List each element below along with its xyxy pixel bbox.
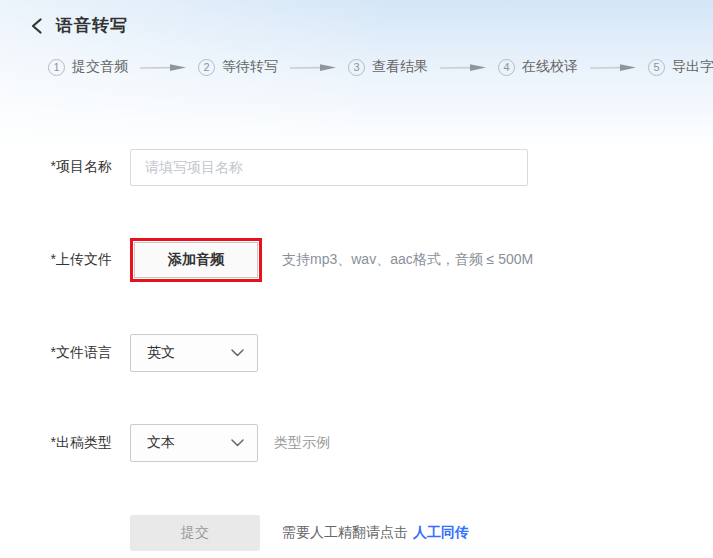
type-example-link[interactable]: 类型示例 — [274, 434, 330, 452]
upload-file-row: *上传文件 添加音频 支持mp3、wav、aac格式，音频 ≤ 500M — [0, 238, 713, 282]
human-interpretation-link[interactable]: 人工同传 — [413, 524, 469, 540]
file-language-label: *文件语言 — [30, 344, 112, 362]
step-view-result: 3 查看结果 — [348, 58, 428, 76]
step-number-badge: 2 — [198, 59, 215, 76]
step-number-badge: 3 — [348, 59, 365, 76]
doc-type-value: 文本 — [147, 434, 175, 452]
step-label: 等待转写 — [222, 58, 278, 76]
project-name-row: *项目名称 — [0, 148, 713, 186]
step-arrow-icon — [440, 63, 486, 72]
page-title: 语音转写 — [56, 14, 128, 37]
transcription-form: *项目名称 *上传文件 添加音频 支持mp3、wav、aac格式，音频 ≤ 50… — [0, 148, 713, 552]
voice-transcription-page: 语音转写 1 提交音频 2 等待转写 3 查看结果 — [0, 0, 713, 558]
step-submit-audio: 1 提交音频 — [48, 58, 128, 76]
submit-row: 提交 需要人工精翻请点击人工同传 — [0, 514, 713, 552]
upload-format-hint: 支持mp3、wav、aac格式，音频 ≤ 500M — [282, 251, 533, 269]
doc-type-select[interactable]: 文本 — [130, 424, 258, 462]
project-name-label: *项目名称 — [30, 158, 112, 176]
file-language-row: *文件语言 英文 — [0, 334, 713, 372]
red-highlight-annotation: 添加音频 — [130, 238, 262, 282]
back-button[interactable] — [30, 18, 43, 34]
step-label: 导出字幕 — [672, 58, 713, 76]
step-label: 提交音频 — [72, 58, 128, 76]
step-arrow-icon — [140, 63, 186, 72]
step-wait-transcribe: 2 等待转写 — [198, 58, 278, 76]
doc-type-row: *出稿类型 文本 类型示例 — [0, 424, 713, 462]
stepper: 1 提交音频 2 等待转写 3 查看结果 — [48, 58, 713, 76]
step-arrow-icon — [290, 63, 336, 72]
chevron-down-icon — [231, 439, 244, 447]
file-language-select[interactable]: 英文 — [130, 334, 258, 372]
step-number-badge: 1 — [48, 59, 65, 76]
page-header: 语音转写 — [0, 0, 713, 37]
step-label: 查看结果 — [372, 58, 428, 76]
submit-button[interactable]: 提交 — [130, 515, 260, 551]
chevron-down-icon — [231, 349, 244, 357]
chevron-left-icon — [30, 18, 43, 34]
step-number-badge: 4 — [498, 59, 515, 76]
doc-type-label: *出稿类型 — [30, 434, 112, 452]
project-name-input[interactable] — [130, 149, 528, 186]
note-text: 需要人工精翻请点击 — [282, 524, 408, 540]
upload-file-label: *上传文件 — [30, 251, 112, 269]
human-translation-note: 需要人工精翻请点击人工同传 — [282, 524, 469, 542]
add-audio-button[interactable]: 添加音频 — [134, 242, 258, 278]
step-export-subtitle: 5 导出字幕 — [648, 58, 713, 76]
step-online-proofread: 4 在线校译 — [498, 58, 578, 76]
file-language-value: 英文 — [147, 344, 175, 362]
step-arrow-icon — [590, 63, 636, 72]
step-number-badge: 5 — [648, 59, 665, 76]
step-label: 在线校译 — [522, 58, 578, 76]
